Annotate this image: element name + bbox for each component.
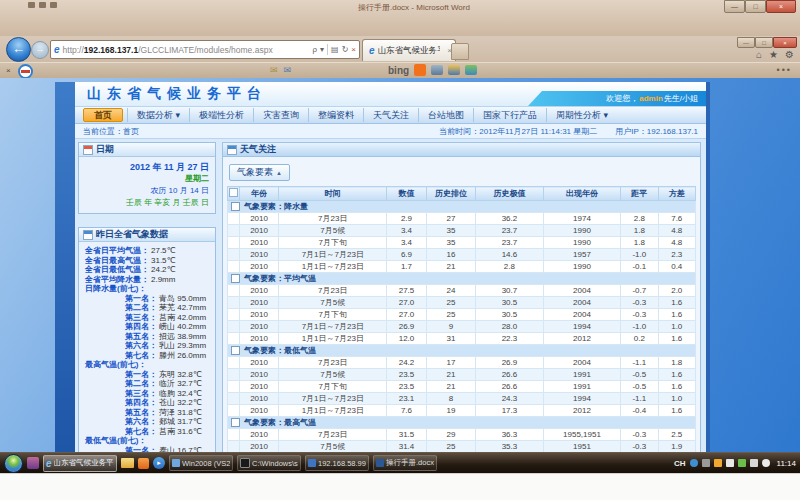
table-cell: 8 (426, 393, 475, 405)
table-cell: -1.1 (621, 393, 658, 405)
group-label: 气象要素：最高气温 (244, 417, 316, 428)
refresh-icon[interactable]: ↻ (342, 45, 349, 54)
ie-close-button[interactable]: × (773, 37, 797, 48)
row-indent-cell (228, 225, 240, 237)
start-button[interactable] (4, 454, 23, 473)
addon-close-icon[interactable]: × (6, 66, 11, 75)
address-bar[interactable]: e http://192.168.137.1/GLCCLIMATE/module… (50, 40, 360, 59)
weather-stats: 全省日平均气温： 27.5℃ 全省日最高气温： 31.5℃ (85, 246, 209, 284)
taskbar-clock[interactable]: 11:14 (777, 459, 796, 468)
window-button-label: C:\Windows\s... (252, 459, 298, 468)
expand-collapse-icon[interactable] (231, 202, 240, 211)
mail-icon[interactable]: ✉ (270, 65, 278, 75)
background-window-title: 操行手册.docx - Microsoft Word (358, 2, 470, 13)
nav-item[interactable]: 台站地图 (418, 108, 473, 122)
volume-icon[interactable] (762, 459, 770, 467)
bing-logo[interactable]: bing (388, 65, 409, 76)
table-cell: 31.5 (387, 429, 427, 441)
language-indicator[interactable]: CH (674, 459, 686, 468)
nav-item-home[interactable]: 首页 (83, 108, 123, 122)
explorer-folder-icon[interactable] (121, 458, 134, 468)
action-center-flag-icon[interactable] (726, 459, 734, 467)
table-cell: 2010 (239, 381, 279, 393)
forward-button[interactable]: → (31, 41, 49, 59)
table-cell: 7月5候 (279, 441, 387, 453)
select-all-checkbox[interactable] (229, 188, 238, 197)
stop-icon[interactable]: × (351, 45, 356, 54)
nav-item[interactable]: 灾害查询 (253, 108, 308, 122)
bing-app-icon[interactable] (414, 64, 426, 76)
group-header-row[interactable]: 气象要素：最低气温 (228, 345, 696, 357)
nav-item[interactable]: 天气关注 (363, 108, 418, 122)
word-close-button[interactable]: × (766, 0, 796, 13)
table-cell: 2010 (239, 309, 279, 321)
tray-app-icon-gray[interactable] (702, 459, 710, 467)
taskbar-window-button[interactable]: Win2008 (VS2... (169, 455, 233, 471)
word-toolbar-marks (28, 2, 57, 8)
tools-gear-icon[interactable]: ⚙ (785, 49, 794, 60)
system-tray: CH 11:14 (674, 459, 796, 468)
taskbar-window-button[interactable]: 操行手册.docx -... (373, 455, 437, 471)
bingbar-icon-1[interactable] (431, 65, 443, 75)
table-cell: 2010 (239, 237, 279, 249)
ie-minimize-button[interactable]: — (737, 37, 755, 48)
pinned-app-icon[interactable] (27, 457, 39, 469)
table-cell: 7月1日～7月23日 (279, 249, 387, 261)
table-cell: 7月1日～7月23日 (279, 393, 387, 405)
new-tab-button[interactable] (451, 43, 469, 60)
nav-item[interactable]: 国家下行产品 (473, 108, 546, 122)
compatibility-view-icon[interactable]: ▤ (331, 45, 339, 54)
element-filter-button[interactable]: 气象要素 ▲ (229, 164, 290, 181)
search-dropdown-icon[interactable]: ▾ (320, 45, 324, 54)
home-icon[interactable]: ⌂ (756, 49, 762, 60)
table-cell: 28.0 (475, 321, 543, 333)
table-cell: 2.5 (658, 429, 696, 441)
word-minimize-button[interactable]: — (724, 0, 745, 13)
search-icon[interactable]: ρ (312, 45, 317, 54)
back-button[interactable]: ← (6, 37, 31, 62)
taskbar-window-button[interactable]: C:\Windows\s... (237, 455, 301, 471)
ie-maximize-button[interactable]: □ (755, 37, 773, 48)
taskbar-window-button[interactable]: 192.168.58.99... (305, 455, 369, 471)
media-player-icon[interactable]: ▸ (153, 457, 165, 469)
table-cell: 7月下旬 (279, 381, 387, 393)
update-shield-icon[interactable] (738, 459, 746, 467)
group-header-row[interactable]: 气象要素：平均气温 (228, 273, 696, 285)
addon-overflow-dots[interactable]: ••• (777, 65, 792, 75)
group-header-row[interactable]: 气象要素：降水量 (228, 201, 696, 213)
word-maximize-button[interactable]: □ (745, 0, 766, 13)
main-panel: 天气关注 气象要素 ▲ (222, 142, 701, 452)
table-cell: 1991 (543, 381, 620, 393)
nav-item[interactable]: 周期性分析 ▾ (546, 108, 617, 122)
favorites-star-icon[interactable]: ★ (769, 49, 778, 60)
table-cell: 36.2 (475, 213, 543, 225)
table-cell: 22.3 (475, 333, 543, 345)
network-icon[interactable] (750, 459, 758, 467)
table-cell: 2012 (543, 333, 620, 345)
table-row: 20107月5候3.43523.719901.84.8 (228, 225, 696, 237)
nav-item[interactable]: 极端性分析 (189, 108, 253, 122)
screen: 操行手册.docx - Microsoft Word — □ × ← → e h… (0, 0, 800, 500)
table-cell: 2010 (239, 225, 279, 237)
bingbar-icon-3[interactable] (465, 65, 477, 75)
rank-value: 莱芜 42.7mm (159, 303, 206, 313)
nav-item[interactable]: 整编资料 (308, 108, 363, 122)
send-mail-icon[interactable]: ✉ (284, 65, 292, 75)
table-row: 20107月23日27.52430.72004-0.72.0 (228, 285, 696, 297)
tray-app-icon-blue[interactable] (690, 459, 698, 467)
weather-stat-line: 全省日最低气温： 24.2℃ (85, 265, 209, 275)
expand-collapse-icon[interactable] (231, 274, 240, 283)
calendar-icon (83, 145, 93, 155)
addon-logo-icon[interactable] (18, 64, 33, 79)
expand-collapse-icon[interactable] (231, 418, 240, 427)
taskbar-ie-button[interactable]: e 山东省气候业务平... (43, 455, 117, 472)
expand-collapse-icon[interactable] (231, 346, 240, 355)
group-header-row[interactable]: 气象要素：最高气温 (228, 417, 696, 429)
browser-tab[interactable]: e 山东省气候业务平... × (362, 39, 456, 61)
pinned-app-icon-orange[interactable] (138, 458, 149, 469)
tray-alert-icon[interactable] (714, 459, 722, 467)
table-row: 20107月下旬3.43523.719901.84.8 (228, 237, 696, 249)
table-cell: 1990 (543, 225, 620, 237)
bingbar-icon-2[interactable] (448, 65, 460, 75)
nav-item[interactable]: 数据分析 ▾ (127, 108, 189, 122)
